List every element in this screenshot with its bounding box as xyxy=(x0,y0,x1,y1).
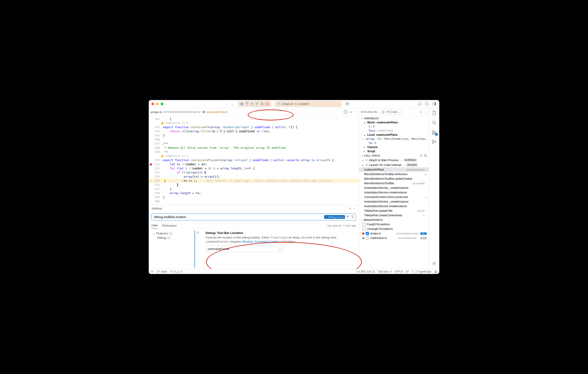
svg-point-6 xyxy=(296,103,297,105)
callstack-frame[interactable]: InstantiationService._createInstance xyxy=(359,199,429,204)
debug-sidebar: RUN AND DE… VS Code ⌄ ⋯ ⌄VARIABLES ⌄Bloc… xyxy=(359,108,429,269)
breadcrumb-path[interactable]: src/vs/base/common/arrays.ts/ xyxy=(163,110,201,113)
callstack-frame[interactable]: TitlebarPart.createContentAreas… xyxy=(359,213,429,218)
editor-tab-bar: arrays.ts src/vs/base/common/arrays.ts/ … xyxy=(149,108,359,116)
callstack-frame[interactable]: InstantiationService.createInstance xyxy=(359,190,429,195)
callstack-collapse-icon[interactable] xyxy=(424,154,427,157)
tree-features[interactable]: ⌄ Features (1) xyxy=(153,231,193,235)
section-variables[interactable]: ⌄VARIABLES xyxy=(359,116,429,120)
close-window-button[interactable] xyxy=(151,102,154,105)
breakpoint-icon[interactable] xyxy=(150,163,152,165)
command-center-file: arrays.ts xyxy=(282,102,293,106)
close-editor-button[interactable]: × xyxy=(350,110,352,114)
setting-description: Controls the location of the debug toolb… xyxy=(206,235,356,244)
codelens-complexity[interactable]: 👍 Complexity is 3 xyxy=(161,121,188,124)
svg-point-25 xyxy=(432,133,434,134)
debug-activity-icon[interactable]: 4 xyxy=(431,130,437,135)
setting-link-command-center[interactable]: Window: Command Center xyxy=(242,240,278,243)
settings-tab-workspace[interactable]: Workspace xyxy=(162,222,177,229)
debug-step-out-button[interactable] xyxy=(255,102,259,106)
variable-row[interactable]: i: 0 xyxy=(359,124,429,129)
breakpoint-file[interactable]: arrays.tssrc/vs/base/common351 xyxy=(359,231,429,236)
encoding[interactable]: UTF-8 xyxy=(395,270,403,273)
cursor-position[interactable]: Ln 355, Col 13 xyxy=(357,270,375,273)
svg-point-31 xyxy=(158,272,158,273)
svg-rect-3 xyxy=(266,103,268,105)
debug-more-button[interactable]: ⋯ xyxy=(424,110,427,114)
scope-script[interactable]: ›Script xyxy=(359,149,429,153)
source-control-icon[interactable] xyxy=(431,139,437,145)
nav-forward-button[interactable]: → xyxy=(230,102,234,106)
callstack-session[interactable]: ⌄Attach to Main Process: …RUNNING xyxy=(359,158,429,162)
debug-step-into-button[interactable] xyxy=(250,102,254,106)
explorer-icon[interactable] xyxy=(431,110,437,116)
debug-restart-button[interactable] xyxy=(260,102,264,106)
branch-button[interactable]: main xyxy=(157,270,167,273)
breakpoint-uncaught[interactable]: Uncaught Exceptions xyxy=(359,227,429,231)
scope-closure[interactable]: ›Closure xyxy=(359,145,429,149)
svg-point-0 xyxy=(247,104,247,105)
callstack-timer-icon[interactable] xyxy=(420,154,422,157)
toggle-secondary-sidebar-button[interactable] xyxy=(432,102,437,106)
section-callstack[interactable]: ⌄CALL STACK xyxy=(359,153,429,158)
remote-button[interactable] xyxy=(151,270,154,273)
svg-point-29 xyxy=(434,263,435,264)
variable-row[interactable]: ›array: (3) [MenuItemAction, MenuItem… xyxy=(359,137,429,141)
settings-more-button[interactable]: ⋯ xyxy=(353,207,356,210)
debug-continue-button[interactable] xyxy=(240,102,244,106)
callstack-frame[interactable]: CommandCenterControl.constructors xyxy=(359,195,429,199)
callstack-session[interactable]: ⌄Launch VS Code Internal: …PAUSED xyxy=(359,162,429,167)
svg-point-28 xyxy=(435,142,436,142)
maximize-window-button[interactable] xyxy=(161,102,163,105)
callstack-frame[interactable]: MenuWorkbenchToolBarsrc/vs/platf… xyxy=(359,181,429,186)
codelens-complexity-2[interactable]: 👍 Complexity is 3 xyxy=(161,154,188,157)
section-breakpoints[interactable]: ⌄BREAKPOINTS xyxy=(359,218,429,222)
tab-size[interactable]: Tab Size: 4 xyxy=(378,270,391,273)
tree-debug[interactable]: Debug (1) xyxy=(153,235,193,240)
svg-point-21 xyxy=(367,160,368,161)
debug-launch-config[interactable]: VS Code ⌄ xyxy=(381,109,401,114)
clear-search-button[interactable] xyxy=(346,215,349,219)
debug-step-over-button[interactable] xyxy=(245,102,249,106)
settings-last-synced: Last synced: 7 secs ago xyxy=(326,224,356,229)
setting-gear-icon[interactable] xyxy=(196,231,200,234)
command-center[interactable]: arrays.ts vscode2 xyxy=(275,101,341,107)
setting-dropdown[interactable]: commandCenter ⌄ xyxy=(206,246,284,252)
svg-point-4 xyxy=(279,103,280,105)
search-activity-icon[interactable] xyxy=(431,120,437,125)
settings-search-input[interactable] xyxy=(153,215,324,219)
debug-stop-button[interactable] xyxy=(265,102,270,106)
notifications-button[interactable] xyxy=(434,270,437,273)
minimize-window-button[interactable] xyxy=(156,102,159,105)
variable-row[interactable]: to: 0 xyxy=(359,141,429,145)
callstack-frame[interactable]: InstantiationService.createInstance xyxy=(359,204,429,209)
scope-block[interactable]: ⌄Block: coalesceInPlace xyxy=(359,120,429,124)
language-mode[interactable]: { } TypeScript xyxy=(412,270,431,273)
errors-warnings-button[interactable]: 0 0 xyxy=(170,270,182,273)
settings-activity-icon[interactable] xyxy=(431,261,437,266)
toggle-panel-button[interactable] xyxy=(417,102,422,106)
callstack-frame[interactable]: MenuWorkbenchToolBar.setActionss. xyxy=(359,172,429,176)
callstack-frame[interactable]: MenuWorkbenchToolBar.updateToolbar xyxy=(359,176,429,181)
breakpoint-caught[interactable]: Caught Exceptions xyxy=(359,222,429,227)
code-editor[interactable]: 342····} 👍 Complexity is 3 343export·fun… xyxy=(149,116,359,205)
debug-settings-button[interactable] xyxy=(419,110,422,114)
breakpoint-file[interactable]: codeAction.tssrc/vs/editor/con…161 xyxy=(359,236,429,240)
breadcrumb-symbol[interactable]: coalesceInPlace xyxy=(202,110,228,114)
filter-settings-button[interactable] xyxy=(351,215,355,219)
close-settings-button[interactable]: × xyxy=(349,206,351,210)
scope-local[interactable]: ⌄Local: coalesceInPlace xyxy=(359,133,429,137)
nav-back-button[interactable]: ← xyxy=(225,102,229,106)
split-editor-button[interactable] xyxy=(344,110,347,114)
more-actions-button[interactable]: ⋯ xyxy=(354,110,357,114)
eol[interactable]: LF xyxy=(406,270,409,273)
settings-tab-user[interactable]: User xyxy=(151,222,158,229)
toggle-sidebar-button[interactable] xyxy=(425,102,429,106)
variable-row[interactable]: this: undefined xyxy=(359,129,429,133)
open-external-button[interactable] xyxy=(345,102,349,106)
setting-item: Debug: Tool Bar Location Controls the lo… xyxy=(197,229,359,269)
callstack-frame[interactable]: TitlebarPart.updateTitlesrc/vs/… xyxy=(359,209,429,213)
callstack-frame[interactable]: coalesceInPlacesrc/vs/base/com… xyxy=(359,167,429,172)
tab-filename[interactable]: arrays.ts xyxy=(151,110,162,114)
callstack-frame[interactable]: InstantiationService._createInstance xyxy=(359,186,429,190)
